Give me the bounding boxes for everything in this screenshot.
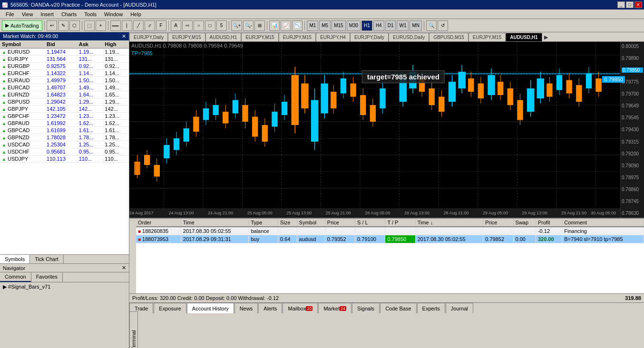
tb-btn-1[interactable]: ↩ <box>47 20 57 31</box>
menu-charts[interactable]: Charts <box>58 10 80 18</box>
chart-tab-10[interactable]: AUDUSD,H1 <box>506 33 542 41</box>
btm-tab-news[interactable]: News <box>234 303 258 313</box>
mw-row[interactable]: ▲ USDCHF 0.95681 0.95... 0.95... <box>0 148 129 155</box>
tf-w1[interactable]: W1 <box>397 20 409 31</box>
tb-btn-search[interactable]: 🔍 <box>426 20 437 31</box>
tb-btn-fib[interactable]: F <box>156 20 166 31</box>
mw-row[interactable]: ▲ GBPCAD 1.61699 1.61... 1.61... <box>0 127 129 134</box>
mw-row[interactable]: ▲ EURJPY 131.564 131... 131... <box>0 56 129 63</box>
trade-row[interactable]: ■ 188073953 2017.08.29 09:31:31 buy 0.64… <box>136 235 644 243</box>
mw-ask: 1.78... <box>77 134 103 141</box>
menu-help[interactable]: Help <box>127 10 145 18</box>
btm-tab-codebase[interactable]: Code Base <box>380 303 416 313</box>
tb-btn-cursor[interactable]: ⬚ <box>84 20 95 31</box>
chart-tab-arrow[interactable]: ▶ <box>542 33 550 41</box>
mw-row[interactable]: ▲ GBPUSD 1.29042 1.29... 1.29... <box>0 98 129 106</box>
chart-tab-9[interactable]: EURJPY,M15 <box>468 33 506 41</box>
btm-tab-mailbox[interactable]: Mailbox10 <box>283 303 318 313</box>
chart-tab-1[interactable]: EURJPY,M15 <box>168 33 205 41</box>
nav-tab-favorites[interactable]: Favorites <box>31 272 63 282</box>
mw-row[interactable]: ▲ GBPNZD 1.78028 1.78... 1.78... <box>0 134 129 141</box>
btm-tab-market[interactable]: Market24 <box>318 303 351 313</box>
btm-tab-alerts[interactable]: Alerts <box>258 303 282 313</box>
tb-btn-grid[interactable]: ⊞ <box>254 20 265 31</box>
tb-btn-rect[interactable]: □ <box>205 20 215 31</box>
mw-high: 1.14... <box>103 70 129 77</box>
tb-btn-cross[interactable]: + <box>96 20 106 31</box>
tf-h4[interactable]: H4 <box>373 20 384 31</box>
tf-h1[interactable]: H1 <box>361 20 372 31</box>
tb-btn-2[interactable]: ✎ <box>58 20 68 31</box>
chart-tab-7[interactable]: EURUSD,Daily <box>389 33 429 41</box>
chart-tab-4[interactable]: EURJPY,M15 <box>279 33 316 41</box>
restore-button[interactable]: □ <box>626 1 634 8</box>
mw-ask: 1.23... <box>77 113 103 120</box>
menubar: File View Insert Charts Tools Window Hel… <box>0 10 644 19</box>
mw-high: 1.25... <box>103 141 129 148</box>
mw-tab-tickchart[interactable]: Tick Chart <box>30 255 64 263</box>
menu-view[interactable]: View <box>18 10 37 18</box>
btm-tab-experts[interactable]: Experts <box>417 303 445 313</box>
tf-mn[interactable]: MN <box>410 20 422 31</box>
tb-btn-arrow[interactable]: ⇨ <box>182 20 193 31</box>
chart-tab-2[interactable]: AUDUSD,H1 <box>205 33 242 41</box>
menu-window[interactable]: Window <box>100 10 127 18</box>
mw-row[interactable]: ▲ GBPAUD 1.61992 1.62... 1.62... <box>0 120 129 127</box>
mw-bid: 1.19474 <box>45 48 77 56</box>
mw-tab-symbols[interactable]: Symbols <box>0 255 30 263</box>
menu-tools[interactable]: Tools <box>80 10 100 18</box>
menu-file[interactable]: File <box>2 10 18 18</box>
price-6: 0.79545 <box>622 115 643 120</box>
menu-insert[interactable]: Insert <box>37 10 58 18</box>
mw-row[interactable]: ▲ USDJPY 110.113 110... 110... <box>0 155 129 163</box>
trade-row[interactable]: ■ 188260835 2017.08.30 05:02:55 balance … <box>136 227 644 235</box>
chart-tab-0[interactable]: EURJPY,Daily <box>129 33 168 41</box>
mw-row[interactable]: ▲ EURAUD 1.49979 1.50... 1.50... <box>0 77 129 84</box>
chart-tab-3[interactable]: EURJPY,M15 <box>241 33 278 41</box>
tb-btn-chart-bar[interactable]: 📊 <box>269 20 280 31</box>
tb-btn-zoom-out[interactable]: 🔍- <box>243 20 254 31</box>
tb-btn-5[interactable]: 5 <box>216 20 227 31</box>
tb-btn-hline[interactable]: — <box>110 20 121 31</box>
nav-tab-common[interactable]: Common <box>0 272 31 282</box>
minimize-button[interactable]: _ <box>617 1 625 8</box>
btm-tab-journal[interactable]: Journal <box>446 303 473 313</box>
chart-tab-6[interactable]: EURJPY,Daily <box>350 33 389 41</box>
tb-btn-circle[interactable]: ○ <box>194 20 204 31</box>
th-swap: Swap <box>513 219 536 227</box>
tb-btn-3[interactable]: ⬡ <box>69 20 80 31</box>
btm-tab-history[interactable]: Account History <box>187 303 234 313</box>
tf-m15[interactable]: M15 <box>332 20 345 31</box>
tf-m5[interactable]: M5 <box>319 20 331 31</box>
mw-row[interactable]: ▲ EURUSD 1.19474 1.19... 1.19... <box>0 48 129 56</box>
mw-row[interactable]: ▲ EURNZD 1.64823 1.64... 1.65... <box>0 91 129 98</box>
autotrading-button[interactable]: ▶ AutoTrading <box>2 20 42 31</box>
chart-tab-5[interactable]: EURJPY,H4 <box>316 33 350 41</box>
nav-close-icon[interactable]: ✕ <box>122 265 126 271</box>
tb-btn-tline[interactable]: ╱ <box>133 20 144 31</box>
tf-d1[interactable]: D1 <box>385 20 396 31</box>
tb-btn-channel[interactable]: ⫽ <box>145 20 155 31</box>
nav-item-0[interactable]: ▶ #Signal_Bars_v71 <box>1 283 128 290</box>
mw-symbol: ▲ GBPUSD <box>0 98 45 106</box>
tb-btn-zoom-in[interactable]: 🔍+ <box>231 20 243 31</box>
btm-tab-signals[interactable]: Signals <box>352 303 380 313</box>
close-button[interactable]: ✕ <box>634 1 642 8</box>
mw-row[interactable]: ▲ EURCHF 1.14322 1.14... 1.14... <box>0 70 129 77</box>
tf-m30[interactable]: M30 <box>347 20 361 31</box>
tf-m1[interactable]: M1 <box>307 20 318 31</box>
mw-row[interactable]: ▲ EURCAD 1.49707 1.49... 1.49... <box>0 84 129 91</box>
tb-btn-text[interactable]: A <box>171 20 181 31</box>
tb-btn-chart-line[interactable]: 📉 <box>292 20 302 31</box>
tb-btn-refresh[interactable]: ↺ <box>438 20 448 31</box>
mw-row[interactable]: ▲ GBPJPY 142.105 142... 142... <box>0 106 129 113</box>
mw-row[interactable]: ▲ GBPCHF 1.23472 1.23... 1.23... <box>0 113 129 120</box>
chart-tab-8[interactable]: GBPUSD,M15 <box>429 33 468 41</box>
mw-row[interactable]: ▲ USDCAD 1.25304 1.25... 1.25... <box>0 141 129 148</box>
mw-close-icon[interactable]: ✕ <box>122 33 126 39</box>
price-8: 0.79315 <box>622 139 643 145</box>
mw-row[interactable]: ▲ EURGBP 0.92575 0.92... 0.92... <box>0 63 129 70</box>
tb-btn-chart-candle[interactable]: 📈 <box>281 20 291 31</box>
tb-btn-vline[interactable]: | <box>122 20 132 31</box>
btm-tab-exposure[interactable]: Exposure <box>154 303 186 313</box>
